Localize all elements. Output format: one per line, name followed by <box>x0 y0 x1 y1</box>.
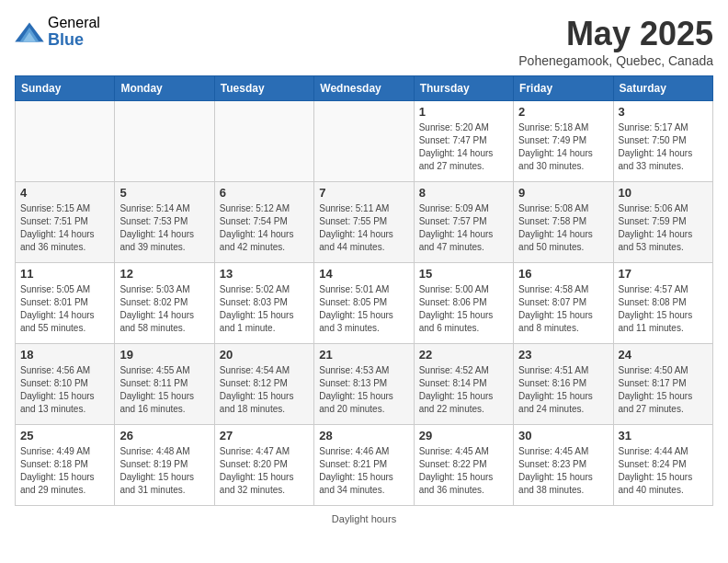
day-number: 12 <box>119 267 209 281</box>
day-number: 14 <box>319 267 408 281</box>
calendar-cell: 21Sunrise: 4:53 AM Sunset: 8:13 PM Dayli… <box>314 344 414 425</box>
day-number: 30 <box>518 429 608 442</box>
day-info: Sunrise: 5:06 AM Sunset: 7:59 PM Dayligh… <box>619 202 708 254</box>
day-number: 23 <box>518 348 608 362</box>
day-number: 7 <box>319 186 408 200</box>
day-info: Sunrise: 5:11 AM Sunset: 7:55 PM Dayligh… <box>319 202 408 254</box>
calendar-week-row: 11Sunrise: 5:05 AM Sunset: 8:01 PM Dayli… <box>16 263 713 344</box>
calendar-week-row: 18Sunrise: 4:56 AM Sunset: 8:10 PM Dayli… <box>16 344 713 425</box>
calendar-cell: 16Sunrise: 4:58 AM Sunset: 8:07 PM Dayli… <box>514 263 613 344</box>
calendar-cell <box>16 101 115 182</box>
day-number: 18 <box>20 348 109 362</box>
day-info: Sunrise: 4:48 AM Sunset: 8:19 PM Dayligh… <box>119 445 209 497</box>
calendar-cell: 18Sunrise: 4:56 AM Sunset: 8:10 PM Dayli… <box>16 344 115 425</box>
day-number: 25 <box>20 429 109 442</box>
calendar-cell: 29Sunrise: 4:45 AM Sunset: 8:22 PM Dayli… <box>414 425 513 506</box>
day-info: Sunrise: 4:45 AM Sunset: 8:22 PM Dayligh… <box>419 445 508 497</box>
day-number: 26 <box>119 429 209 442</box>
day-info: Sunrise: 5:01 AM Sunset: 8:05 PM Dayligh… <box>319 283 408 335</box>
calendar-cell: 1Sunrise: 5:20 AM Sunset: 7:47 PM Daylig… <box>414 101 513 182</box>
calendar-cell: 27Sunrise: 4:47 AM Sunset: 8:20 PM Dayli… <box>214 425 313 506</box>
logo-blue: Blue <box>48 31 100 50</box>
day-info: Sunrise: 4:44 AM Sunset: 8:24 PM Dayligh… <box>619 445 708 497</box>
weekday-header: Sunday <box>16 76 115 101</box>
calendar-cell <box>214 101 313 182</box>
day-info: Sunrise: 4:52 AM Sunset: 8:14 PM Dayligh… <box>419 364 508 416</box>
calendar-cell: 24Sunrise: 4:50 AM Sunset: 8:17 PM Dayli… <box>613 344 712 425</box>
title-block: May 2025 Pohenegamook, Quebec, Canada <box>518 15 713 68</box>
day-number: 3 <box>619 105 708 119</box>
day-number: 29 <box>419 429 508 442</box>
day-info: Sunrise: 5:18 AM Sunset: 7:49 PM Dayligh… <box>518 121 608 173</box>
logo-icon <box>15 19 44 45</box>
calendar-cell: 8Sunrise: 5:09 AM Sunset: 7:57 PM Daylig… <box>414 182 513 263</box>
day-info: Sunrise: 5:17 AM Sunset: 7:50 PM Dayligh… <box>619 121 708 173</box>
calendar-cell: 22Sunrise: 4:52 AM Sunset: 8:14 PM Dayli… <box>414 344 513 425</box>
day-info: Sunrise: 5:03 AM Sunset: 8:02 PM Dayligh… <box>119 283 209 335</box>
day-number: 20 <box>220 348 309 362</box>
calendar-header: SundayMondayTuesdayWednesdayThursdayFrid… <box>16 76 713 101</box>
day-number: 5 <box>119 186 209 200</box>
calendar-cell: 9Sunrise: 5:08 AM Sunset: 7:58 PM Daylig… <box>514 182 613 263</box>
calendar-week-row: 25Sunrise: 4:49 AM Sunset: 8:18 PM Dayli… <box>16 425 713 506</box>
daylight-label: Daylight hours <box>332 513 396 524</box>
day-info: Sunrise: 4:55 AM Sunset: 8:11 PM Dayligh… <box>119 364 209 416</box>
day-info: Sunrise: 4:51 AM Sunset: 8:16 PM Dayligh… <box>518 364 608 416</box>
calendar-table: SundayMondayTuesdayWednesdayThursdayFrid… <box>15 75 713 506</box>
day-number: 17 <box>619 267 708 281</box>
calendar-cell: 4Sunrise: 5:15 AM Sunset: 7:51 PM Daylig… <box>16 182 115 263</box>
calendar-cell: 3Sunrise: 5:17 AM Sunset: 7:50 PM Daylig… <box>613 101 712 182</box>
calendar-cell: 20Sunrise: 4:54 AM Sunset: 8:12 PM Dayli… <box>214 344 313 425</box>
day-number: 1 <box>419 105 508 119</box>
weekday-header: Tuesday <box>214 76 313 101</box>
calendar-cell: 12Sunrise: 5:03 AM Sunset: 8:02 PM Dayli… <box>115 263 214 344</box>
weekday-header: Wednesday <box>314 76 414 101</box>
calendar-cell: 14Sunrise: 5:01 AM Sunset: 8:05 PM Dayli… <box>314 263 414 344</box>
location-subtitle: Pohenegamook, Quebec, Canada <box>518 53 713 68</box>
calendar-cell <box>314 101 414 182</box>
day-info: Sunrise: 5:08 AM Sunset: 7:58 PM Dayligh… <box>518 202 608 254</box>
day-number: 16 <box>518 267 608 281</box>
day-number: 22 <box>419 348 508 362</box>
calendar-week-row: 1Sunrise: 5:20 AM Sunset: 7:47 PM Daylig… <box>16 101 713 182</box>
calendar-cell: 2Sunrise: 5:18 AM Sunset: 7:49 PM Daylig… <box>514 101 613 182</box>
day-info: Sunrise: 4:46 AM Sunset: 8:21 PM Dayligh… <box>319 445 408 497</box>
day-number: 2 <box>518 105 608 119</box>
day-info: Sunrise: 5:09 AM Sunset: 7:57 PM Dayligh… <box>419 202 508 254</box>
day-info: Sunrise: 4:49 AM Sunset: 8:18 PM Dayligh… <box>20 445 109 497</box>
calendar-cell: 10Sunrise: 5:06 AM Sunset: 7:59 PM Dayli… <box>613 182 712 263</box>
calendar-cell: 17Sunrise: 4:57 AM Sunset: 8:08 PM Dayli… <box>613 263 712 344</box>
day-info: Sunrise: 4:50 AM Sunset: 8:17 PM Dayligh… <box>619 364 708 416</box>
day-info: Sunrise: 5:20 AM Sunset: 7:47 PM Dayligh… <box>419 121 508 173</box>
day-info: Sunrise: 4:58 AM Sunset: 8:07 PM Dayligh… <box>518 283 608 335</box>
logo-general: General <box>48 15 100 31</box>
logo: General Blue <box>15 15 100 49</box>
day-info: Sunrise: 4:57 AM Sunset: 8:08 PM Dayligh… <box>619 283 708 335</box>
calendar-cell: 25Sunrise: 4:49 AM Sunset: 8:18 PM Dayli… <box>16 425 115 506</box>
day-info: Sunrise: 5:15 AM Sunset: 7:51 PM Dayligh… <box>20 202 109 254</box>
calendar-cell: 26Sunrise: 4:48 AM Sunset: 8:19 PM Dayli… <box>115 425 214 506</box>
calendar-cell: 19Sunrise: 4:55 AM Sunset: 8:11 PM Dayli… <box>115 344 214 425</box>
day-number: 8 <box>419 186 508 200</box>
calendar-cell: 11Sunrise: 5:05 AM Sunset: 8:01 PM Dayli… <box>16 263 115 344</box>
day-info: Sunrise: 5:14 AM Sunset: 7:53 PM Dayligh… <box>119 202 209 254</box>
day-number: 15 <box>419 267 508 281</box>
day-number: 13 <box>220 267 309 281</box>
calendar-cell: 15Sunrise: 5:00 AM Sunset: 8:06 PM Dayli… <box>414 263 513 344</box>
day-number: 27 <box>220 429 309 442</box>
day-number: 9 <box>518 186 608 200</box>
day-info: Sunrise: 4:45 AM Sunset: 8:23 PM Dayligh… <box>518 445 608 497</box>
day-number: 6 <box>220 186 309 200</box>
calendar-cell: 23Sunrise: 4:51 AM Sunset: 8:16 PM Dayli… <box>514 344 613 425</box>
day-number: 11 <box>20 267 109 281</box>
calendar-cell: 6Sunrise: 5:12 AM Sunset: 7:54 PM Daylig… <box>214 182 313 263</box>
day-info: Sunrise: 5:05 AM Sunset: 8:01 PM Dayligh… <box>20 283 109 335</box>
calendar-cell: 28Sunrise: 4:46 AM Sunset: 8:21 PM Dayli… <box>314 425 414 506</box>
calendar-cell <box>115 101 214 182</box>
day-info: Sunrise: 4:54 AM Sunset: 8:12 PM Dayligh… <box>220 364 309 416</box>
month-title: May 2025 <box>518 15 713 53</box>
day-info: Sunrise: 4:56 AM Sunset: 8:10 PM Dayligh… <box>20 364 109 416</box>
weekday-header: Saturday <box>613 76 712 101</box>
day-number: 4 <box>20 186 109 200</box>
day-info: Sunrise: 5:12 AM Sunset: 7:54 PM Dayligh… <box>220 202 309 254</box>
